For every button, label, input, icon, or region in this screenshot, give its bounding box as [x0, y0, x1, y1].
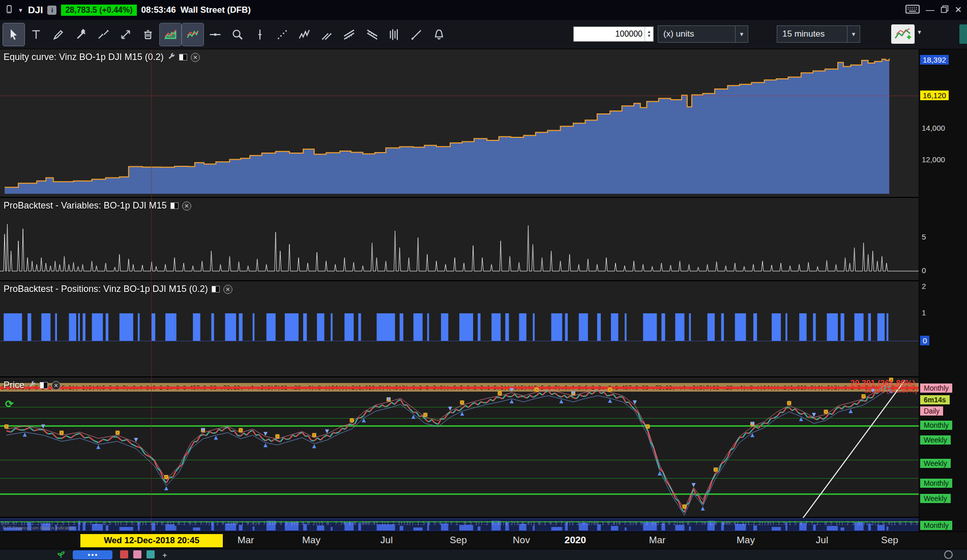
- positions-panel: ProBacktest - Positions: Vinz BO-1p DJI …: [0, 281, 919, 377]
- positions-panel-header: ProBacktest - Positions: Vinz BO-1p DJI …: [4, 284, 232, 294]
- close-panel-icon[interactable]: ✕: [191, 53, 200, 62]
- gain-annotation-overlap: 28,391 (361.89%): [865, 387, 917, 394]
- time-axis-tick: 2020: [565, 535, 586, 546]
- variables-panel-title: ProBacktest - Variables: BO-1p DJI M15: [4, 200, 167, 211]
- text-tool-icon[interactable]: [25, 23, 47, 46]
- trash-icon[interactable]: [137, 23, 159, 46]
- units-label: (x) units: [663, 29, 694, 39]
- timeframe-level-badge: Monthly: [920, 384, 952, 393]
- taskbar-chart-button[interactable]: [73, 550, 112, 559]
- timeframe-level-badge: Monthly: [920, 421, 952, 430]
- equity-panel: Equity curve: Vinz BO-1p DJI M15 (0.2) ✕: [0, 49, 919, 198]
- close-panel-icon[interactable]: ✕: [223, 285, 232, 294]
- variables-panel-header: ProBacktest - Variables: BO-1p DJI M15 ✕: [4, 200, 191, 211]
- taskbar-pink-icon[interactable]: [133, 550, 141, 558]
- price-panel-header: Price ✕: [4, 380, 61, 391]
- double-trendline-icon[interactable]: [316, 23, 338, 46]
- positions-panel-title: ProBacktest - Positions: Vinz BO-1p DJI …: [4, 284, 208, 294]
- time-axis-tick: Jul: [380, 535, 393, 546]
- right-axis[interactable]: 18,39216,12014,00012,00050210Monthly6m14…: [919, 49, 967, 532]
- trendline-icon[interactable]: [406, 23, 427, 46]
- channel-down-icon[interactable]: [361, 23, 383, 46]
- toolbar-edge-icon[interactable]: [959, 24, 967, 44]
- axis-value-label: 18,392: [920, 55, 949, 65]
- toolbar: 100000 ▲▼ (x) units ▼ 15 minutes ▼ ▼: [0, 20, 967, 49]
- plant-icon[interactable]: [57, 550, 65, 560]
- units-dropdown[interactable]: (x) units ▼: [658, 25, 748, 43]
- collapse-panel-icon[interactable]: [212, 286, 220, 292]
- chart-line-icon[interactable]: [182, 23, 203, 46]
- horizontal-line-tool-icon[interactable]: [204, 23, 226, 46]
- chevron-down-icon: ▼: [735, 26, 748, 42]
- dotted-ray-icon[interactable]: [272, 23, 293, 46]
- collapse-panel-icon[interactable]: [179, 54, 187, 61]
- add-indicator-button[interactable]: [891, 24, 915, 44]
- close-panel-icon[interactable]: ✕: [182, 201, 191, 211]
- axis-value-label: 12,000: [922, 155, 945, 164]
- wrench-icon[interactable]: [167, 52, 175, 63]
- positions-chart-canvas[interactable]: [0, 281, 919, 376]
- equity-chart-canvas[interactable]: [0, 49, 919, 197]
- zoom-icon[interactable]: [227, 23, 248, 46]
- pencil-tool-icon[interactable]: [48, 23, 69, 46]
- collapse-panel-icon[interactable]: [40, 382, 48, 389]
- timeframe-level-badge: Monthly: [920, 521, 952, 530]
- time-axis[interactable]: Wed 12-Dec-2018 20:45 MarMayJulSepNov202…: [0, 532, 967, 549]
- crosshair-horizontal-line: [0, 96, 919, 96]
- axis-value-label: 1: [922, 308, 926, 317]
- add-indicator-caret[interactable]: ▼: [917, 29, 922, 35]
- alarm-bell-icon[interactable]: [428, 23, 450, 46]
- axis-value-label: 0: [920, 336, 929, 345]
- keyboard-icon[interactable]: [905, 5, 920, 16]
- device-icon[interactable]: [5, 5, 13, 16]
- timeframe-level-badge: 6m14s: [920, 395, 950, 404]
- volume-canvas[interactable]: [0, 518, 919, 532]
- time-axis-tick: Sep: [450, 535, 467, 546]
- time-axis-tick: May: [302, 535, 320, 546]
- taskbar-clock-icon[interactable]: [944, 550, 953, 559]
- symbol-label: DJI: [28, 5, 43, 16]
- time-axis-tick: Sep: [881, 535, 898, 546]
- collapse-panel-icon[interactable]: [170, 202, 179, 209]
- close-button[interactable]: ✕: [955, 5, 962, 15]
- restore-button[interactable]: [941, 5, 949, 15]
- toolbar-icons: [3, 23, 450, 46]
- timeframe-level-badge: Monthly: [920, 479, 952, 488]
- chart-area-icon[interactable]: [160, 23, 181, 46]
- zigzag-icon[interactable]: [294, 23, 315, 46]
- quantity-stepper[interactable]: ▲▼: [644, 27, 653, 41]
- watermark: © IT-Finance.com Data is indicative: [3, 525, 75, 530]
- titlebar: ▼ DJI i 28,783.5 (+0.44%) 08:53:46 Wall …: [0, 0, 967, 20]
- pointer-icon[interactable]: [3, 23, 24, 46]
- instrument-title: Wall Street (DFB): [181, 5, 251, 15]
- wrench-icon[interactable]: [28, 380, 36, 391]
- timeframe-dropdown[interactable]: 15 minutes ▼: [777, 25, 860, 43]
- timeframe-level-badge: Weekly: [920, 435, 951, 445]
- resize-diagonal-icon[interactable]: [115, 23, 136, 46]
- analysis-tools-icon[interactable]: [70, 23, 92, 46]
- axis-value-label: 2: [922, 282, 926, 290]
- trend-segments-icon[interactable]: [93, 23, 114, 46]
- axis-value-label: 0: [922, 266, 926, 275]
- price-panel: Price ✕ ⟳: [0, 377, 919, 518]
- quantity-input[interactable]: 100000 ▲▼: [573, 26, 654, 42]
- info-icon[interactable]: i: [47, 6, 56, 15]
- minimize-button[interactable]: —: [926, 5, 934, 15]
- vertical-lines-pattern-icon[interactable]: [384, 23, 405, 46]
- price-change-badge: 28,783.5 (+0.44%): [61, 5, 136, 16]
- taskbar-add-tab[interactable]: ＋: [161, 550, 168, 559]
- axis-value-label: 14,000: [922, 124, 945, 132]
- channel-up-icon[interactable]: [339, 23, 360, 46]
- replay-refresh-icon[interactable]: ⟳: [5, 398, 14, 410]
- close-panel-icon[interactable]: ✕: [51, 381, 61, 390]
- equity-panel-title: Equity curve: Vinz BO-1p DJI M15 (0.2): [4, 52, 164, 63]
- vertical-line-tool-icon[interactable]: [249, 23, 271, 46]
- timeframe-level-badge: Weekly: [920, 459, 951, 468]
- timeframe-level-badge: Daily: [920, 406, 943, 416]
- symbol-dropdown-caret[interactable]: ▼: [18, 7, 23, 13]
- taskbar-teal-icon[interactable]: [146, 550, 155, 558]
- price-chart-canvas[interactable]: [0, 377, 919, 518]
- taskbar-red-icon[interactable]: [120, 550, 128, 558]
- time-axis-tick: Jul: [816, 535, 828, 546]
- axis-value-label: 16,120: [920, 91, 949, 100]
